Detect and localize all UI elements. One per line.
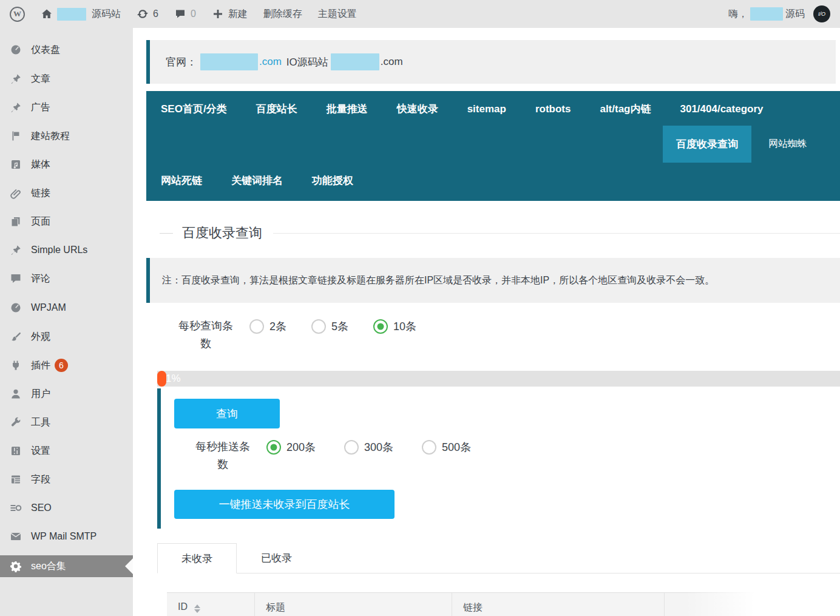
sidebar-item-media[interactable]: 媒体 [0,154,133,175]
new-label: 新建 [228,8,248,21]
sidebar-item-pages[interactable]: 页面 [0,211,133,232]
visit-site-link[interactable]: 源码站 [41,8,121,21]
comments-count: 0 [191,8,196,19]
redacted-username-prefix [750,7,783,21]
updates-link[interactable]: 6 [137,8,158,20]
nav-item-sitemap[interactable]: sitemap [467,103,506,115]
paperclip-icon [10,187,22,199]
radio-icon [344,440,359,455]
sidebar-item-posts[interactable]: 文章 [0,69,133,89]
comment-bubble-icon [174,8,186,20]
query-rate-option-5[interactable]: 5条 [311,317,348,335]
nav-item-baidu-webmaster[interactable]: 百度站长 [256,102,297,116]
nav-item-seo-home[interactable]: SEO首页/分类 [161,102,227,116]
title-left-rule [160,233,173,234]
seo-plugin-nav: SEO首页/分类 百度站长 批量推送 快速收录 sitemap rotbots … [146,91,840,201]
radio-selected-icon [266,440,281,455]
sidebar-item-dashboard[interactable]: 仪表盘 [0,39,133,60]
mail-icon [10,530,22,543]
nav-item-keyword-ranking[interactable]: 关键词排名 [231,174,283,188]
sidebar-item-settings[interactable]: 设置 [0,441,133,461]
new-content-menu[interactable]: 新建 [212,8,248,21]
flag-icon [10,130,22,142]
nav-item-feature-license[interactable]: 功能授权 [312,174,353,188]
push-rate-option-500[interactable]: 500条 [422,438,471,456]
user-icon [10,388,22,400]
theme-settings-link[interactable]: 主题设置 [318,8,357,21]
sidebar-item-appearance[interactable]: 外观 [0,327,133,347]
query-button[interactable]: 查询 [174,399,280,428]
seo-icon [10,502,22,514]
nav-item-site-spider[interactable]: 网站蜘蛛 [768,138,807,151]
site-name: 源码站 [92,8,121,21]
tab-indexed[interactable]: 已收录 [237,543,316,573]
radio-selected-icon [373,319,388,334]
table-fields-icon [10,473,22,486]
wordpress-logo-icon: W [10,7,25,22]
domain-1-link[interactable]: .com [259,56,282,68]
nav-item-rotbots[interactable]: rotbots [535,103,571,115]
plugin-update-badge: 6 [55,359,68,372]
pushpin-icon [10,244,22,256]
sidebar-item-fields[interactable]: 字段 [0,469,133,490]
username: 源码 [785,8,805,21]
home-icon [41,8,53,20]
pushpin-icon [10,73,22,85]
plus-icon [212,8,224,20]
sidebar-item-ads[interactable]: 广告 [0,97,133,118]
greeting-text: 嗨， [728,8,748,21]
sidebar-item-seo[interactable]: SEO [0,498,133,518]
sidebar-item-plugins[interactable]: 插件 6 [0,355,133,376]
brush-icon [10,331,22,343]
radio-icon [311,319,326,334]
redacted-domain-2 [331,53,379,70]
push-unindexed-button[interactable]: 一键推送未收录到百度站长 [174,490,395,519]
nav-item-baidu-include-query-active[interactable]: 百度收录查询 [663,126,751,163]
dashboard-gauge-icon [10,44,22,56]
sliders-icon [10,445,22,457]
query-rate-option-10[interactable]: 10条 [373,317,416,335]
progress-fill [157,371,166,387]
wordpress-menu[interactable]: W [10,7,25,22]
account-menu[interactable]: 嗨， 源码 I/O [728,5,830,22]
query-rate-group: 每秒查询条数 2条 5条 10条 [175,317,840,353]
active-menu-arrow-icon [125,558,133,574]
push-rate-option-200[interactable]: 200条 [266,438,316,456]
comments-link[interactable]: 0 [174,8,196,20]
comment-icon [10,272,22,285]
sidebar-item-simple-urls[interactable]: Simple URLs [0,240,133,260]
nav-item-fast-include[interactable]: 快速收录 [397,102,438,116]
notice-middle: IO源码站 [286,55,328,69]
column-header-id[interactable]: ID [167,593,255,616]
nav-item-dead-links[interactable]: 网站死链 [161,174,202,188]
sidebar-item-wp-mail-smtp[interactable]: WP Mail SMTP [0,526,133,547]
wordpress-admin-page: W 源码站 6 0 [0,0,840,616]
dashboard-gauge-icon [10,302,22,314]
section-title-row: 百度收录查询 [160,224,840,242]
sidebar-item-tutorials[interactable]: 建站教程 [0,126,133,146]
sidebar-item-users[interactable]: 用户 [0,384,133,404]
sidebar-item-links[interactable]: 链接 [0,183,133,203]
redacted-white-fade [685,588,840,616]
sort-icon [194,604,200,613]
column-header-link: 链接 [452,593,665,616]
sidebar-item-seo-collection[interactable]: seo合集 [0,555,133,577]
sidebar-item-tools[interactable]: 工具 [0,412,133,433]
media-icon [10,158,22,171]
admin-topbar: W 源码站 6 0 [0,0,840,28]
domain-2-text: .com [381,56,403,68]
updates-count: 6 [153,8,158,19]
pages-icon [10,215,22,228]
query-note: 注：百度收录查询，算法是根据文章链接及标题在服务器所在IP区域是否收录，并非本地… [146,258,840,303]
nav-item-alt-tag-links[interactable]: alt/tag内链 [600,102,651,116]
query-rate-option-2[interactable]: 2条 [249,317,286,335]
avatar: I/O [813,5,830,22]
clear-cache-link[interactable]: 删除缓存 [263,8,302,21]
main-content: 官网： .com IO源码站 .com SEO首页/分类 百度站长 批量推送 快… [133,28,840,616]
sidebar-item-wpjam[interactable]: WPJAM [0,297,133,318]
sidebar-item-comments[interactable]: 评论 [0,268,133,289]
tab-not-indexed[interactable]: 未收录 [157,543,237,574]
push-rate-option-300[interactable]: 300条 [344,438,393,456]
nav-item-301-404-category[interactable]: 301/404/category [680,103,763,115]
nav-item-batch-push[interactable]: 批量推送 [327,102,368,116]
